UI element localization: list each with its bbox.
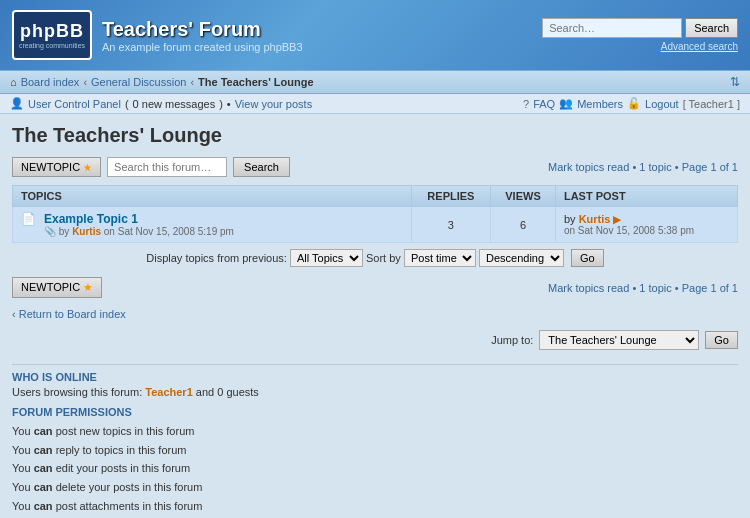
userbar-left: 👤 User Control Panel (0 new messages) • … [10, 97, 312, 110]
advanced-search-link[interactable]: Advanced search [661, 41, 738, 52]
bottom-topic-count: • 1 topic • Page 1 of 1 [632, 282, 738, 294]
bottom-mark-topics-link[interactable]: Mark topics read [548, 282, 629, 294]
topics-select[interactable]: All Topics 1 Day 7 Days 2 Weeks 1 Month [290, 249, 363, 267]
userbar-right: ? FAQ 👥 Members 🔓 Logout [ Teacher1 ] [523, 97, 740, 110]
board-index-link[interactable]: Board index [21, 76, 80, 88]
topics-table: TOPICS REPLIES VIEWS LAST POST 📄 Example… [12, 185, 738, 243]
logo: phpBB creating communities [12, 10, 92, 60]
display-label: Display topics from previous: [146, 252, 287, 264]
return-link-area: ‹ Return to Board index [0, 302, 750, 326]
userbar-dot: • [227, 98, 231, 110]
views-cell: 6 [491, 207, 556, 243]
actions-bar-top: NEWTOPIC ★ Search Mark topics read • 1 t… [0, 153, 750, 181]
site-name: Teachers' Forum [102, 18, 303, 41]
logout-link[interactable]: Logout [645, 98, 679, 110]
topic-meta: 📎 by Kurtis on Sat Nov 15, 2008 5:19 pm [44, 226, 234, 237]
search-forum-button[interactable]: Search [233, 157, 290, 177]
display-go-button[interactable]: Go [571, 249, 604, 267]
last-post-cell: by Kurtis ▶ on Sat Nov 15, 2008 5:38 pm [555, 207, 737, 243]
faq-icon: ? [523, 98, 529, 110]
search-row: Search [542, 18, 738, 38]
who-online-text: Users browsing this forum: Teacher1 and … [12, 386, 738, 398]
topic-date: on Sat Nov 15, 2008 5:19 pm [104, 226, 234, 237]
header: phpBB creating communities Teachers' For… [0, 0, 750, 70]
sort-select[interactable]: Post time Topic title Author [404, 249, 476, 267]
display-options: Display topics from previous: All Topics… [12, 249, 738, 267]
userbar-sep1: ( [125, 98, 129, 110]
change-style-icon[interactable]: ⇅ [730, 75, 740, 89]
attachment-icon: 📎 [44, 226, 56, 237]
online-user-link[interactable]: Teacher1 [145, 386, 193, 398]
col-last-post: LAST POST [555, 186, 737, 207]
site-subtitle: An example forum created using phpBB3 [102, 41, 303, 53]
newtopic-button[interactable]: NEWTOPIC ★ [12, 157, 101, 177]
search-button[interactable]: Search [685, 18, 738, 38]
return-label: Return to Board index [19, 308, 126, 320]
perm-1: You can post new topics in this forum [12, 422, 738, 441]
topic-cell: 📄 Example Topic 1 📎 by Kurtis on Sat Nov… [13, 207, 412, 243]
topic-new-icon: 📄 [21, 212, 36, 226]
table-row: 📄 Example Topic 1 📎 by Kurtis on Sat Nov… [13, 207, 738, 243]
faq-link[interactable]: FAQ [533, 98, 555, 110]
site-title: Teachers' Forum An example forum created… [102, 18, 303, 53]
logo-subtext: creating communities [19, 42, 85, 49]
logout-icon: 🔓 [627, 97, 641, 110]
breadcrumb-sep1: ‹ [83, 76, 87, 88]
sort-label: Sort by [366, 252, 401, 264]
newtopic-bottom-label: NEWTOPIC [21, 281, 80, 293]
new-messages: 0 new messages [133, 98, 216, 110]
who-online-title: WHO IS ONLINE [12, 371, 738, 383]
perm-4: You can delete your posts in this forum [12, 478, 738, 497]
jump-go-button[interactable]: Go [705, 331, 738, 349]
return-arrow: ‹ [12, 308, 16, 320]
mark-topics-info: Mark topics read • 1 topic • Page 1 of 1 [548, 161, 738, 173]
view-posts-link[interactable]: View your posts [235, 98, 312, 110]
general-discussion-link[interactable]: General Discussion [91, 76, 186, 88]
actions-bar-bottom: NEWTOPIC ★ Mark topics read • 1 topic • … [0, 273, 750, 302]
breadcrumb: ⌂ Board index ‹ General Discussion ‹ The… [10, 76, 314, 88]
ucp-link[interactable]: User Control Panel [28, 98, 121, 110]
col-replies: REPLIES [411, 186, 490, 207]
last-post-date: on Sat Nov 15, 2008 5:38 pm [564, 225, 729, 236]
perm-3: You can edit your posts in this forum [12, 459, 738, 478]
topic-title-link[interactable]: Example Topic 1 [44, 212, 138, 226]
mark-topics-link[interactable]: Mark topics read [548, 161, 629, 173]
col-topics: TOPICS [13, 186, 412, 207]
jump-area: Jump to: The Teachers' Lounge Go [0, 326, 750, 358]
last-post-author-link[interactable]: Kurtis [579, 213, 611, 225]
newtopic-bottom-button[interactable]: NEWTOPIC ★ [12, 277, 102, 298]
navbar: ⌂ Board index ‹ General Discussion ‹ The… [0, 70, 750, 94]
col-views: VIEWS [491, 186, 556, 207]
topic-count-info: • 1 topic • Page 1 of 1 [632, 161, 738, 173]
ucp-icon: 👤 [10, 97, 24, 110]
jump-label: Jump to: [491, 334, 533, 346]
replies-cell: 3 [411, 207, 490, 243]
search-input[interactable] [542, 18, 682, 38]
who-online: WHO IS ONLINE Users browsing this forum:… [12, 364, 738, 398]
topic-author-link[interactable]: Kurtis [72, 226, 101, 237]
newtopic-star: ★ [83, 162, 92, 173]
order-select[interactable]: Descending Ascending [479, 249, 564, 267]
return-to-board-link[interactable]: ‹ Return to Board index [12, 308, 126, 320]
search-area: Search Advanced search [542, 18, 738, 52]
home-icon: ⌂ [10, 76, 17, 88]
page-title-area: The Teachers' Lounge [0, 114, 750, 153]
page-title: The Teachers' Lounge [12, 124, 738, 147]
username-display: [ Teacher1 ] [683, 98, 740, 110]
bottom-mark-topics: Mark topics read • 1 topic • Page 1 of 1 [548, 282, 738, 294]
newtopic-label: NEWTOPIC [21, 161, 80, 173]
actions-left: NEWTOPIC ★ Search [12, 157, 290, 177]
members-icon: 👥 [559, 97, 573, 110]
logo-area: phpBB creating communities Teachers' For… [12, 10, 303, 60]
perm-2: You can reply to topics in this forum [12, 441, 738, 460]
search-forum-input[interactable] [107, 157, 227, 177]
newtopic-bottom-star: ★ [83, 281, 93, 293]
forum-perms-title: FORUM PERMISSIONS [12, 406, 738, 418]
breadcrumb-sep2: ‹ [190, 76, 194, 88]
perm-5: You can post attachments in this forum [12, 497, 738, 516]
view-post-link[interactable]: ▶ [613, 214, 621, 225]
jump-select[interactable]: The Teachers' Lounge [539, 330, 699, 350]
members-link[interactable]: Members [577, 98, 623, 110]
forum-permissions: FORUM PERMISSIONS You can post new topic… [12, 406, 738, 515]
actions-bottom-left: NEWTOPIC ★ [12, 277, 102, 298]
